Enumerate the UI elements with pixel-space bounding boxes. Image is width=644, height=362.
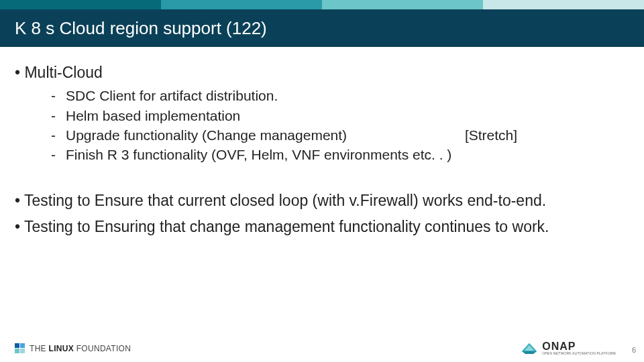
accent-seg-2 <box>161 0 322 9</box>
stretch-note: [Stretch] <box>465 126 517 144</box>
spacer <box>15 166 629 184</box>
dash-icon: - <box>51 107 66 125</box>
onap-logo: ONAP OPEN NETWORK AUTOMATION PLATFORM <box>521 341 616 355</box>
onap-mark-icon <box>521 342 538 355</box>
sub-bullet-text: Finish R 3 functionality (OVF, Helm, VNF… <box>66 145 629 164</box>
sub-bullet-text: Upgrade functionality (Change management… <box>66 126 629 144</box>
sub-bullet-list: - SDC Client for artifact distribution. … <box>51 86 629 164</box>
dash-icon: - <box>51 86 66 105</box>
slide: K 8 s Cloud region support (122) Multi-C… <box>0 0 644 362</box>
slide-body: Multi-Cloud - SDC Client for artifact di… <box>15 56 629 237</box>
onap-logo-text: ONAP OPEN NETWORK AUTOMATION PLATFORM <box>542 341 616 355</box>
bullet-multicloud: Multi-Cloud <box>15 63 629 82</box>
bullet-testing-closed-loop: Testing to Ensure that current closed lo… <box>15 191 629 210</box>
dash-icon: - <box>51 145 66 164</box>
slide-title: K 8 s Cloud region support (122) <box>0 18 267 39</box>
lf-the: THE <box>30 344 46 353</box>
page-number: 6 <box>632 346 636 354</box>
accent-seg-1 <box>0 0 161 9</box>
onap-big: ONAP <box>542 341 616 352</box>
title-bar: K 8 s Cloud region support (122) <box>0 9 644 47</box>
sub-bullet: - SDC Client for artifact distribution. <box>51 86 629 105</box>
lf-logo-text: THE LINUX FOUNDATION <box>30 344 131 353</box>
sub-bullet-main: Upgrade functionality (Change management… <box>66 127 347 143</box>
dash-icon: - <box>51 126 66 144</box>
lf-mark-icon <box>15 343 25 354</box>
sub-bullet: - Finish R 3 functionality (OVF, Helm, V… <box>51 145 629 164</box>
onap-small: OPEN NETWORK AUTOMATION PLATFORM <box>542 352 616 355</box>
sub-bullet: - Helm based implementation <box>51 107 629 125</box>
sub-bullet-text: SDC Client for artifact distribution. <box>66 86 629 105</box>
bullet-testing-change-mgmt: Testing to Ensuring that change manageme… <box>15 217 629 237</box>
lf-linux: LINUX <box>49 344 74 353</box>
linux-foundation-logo: THE LINUX FOUNDATION <box>15 343 131 354</box>
accent-seg-3 <box>322 0 483 9</box>
accent-strip <box>0 0 644 9</box>
sub-bullet: - Upgrade functionality (Change manageme… <box>51 126 629 144</box>
accent-seg-4 <box>483 0 644 9</box>
sub-bullet-text: Helm based implementation <box>66 107 629 125</box>
lf-foundation: FOUNDATION <box>76 344 131 353</box>
footer: THE LINUX FOUNDATION ONAP OPEN NETWORK A… <box>0 333 644 362</box>
